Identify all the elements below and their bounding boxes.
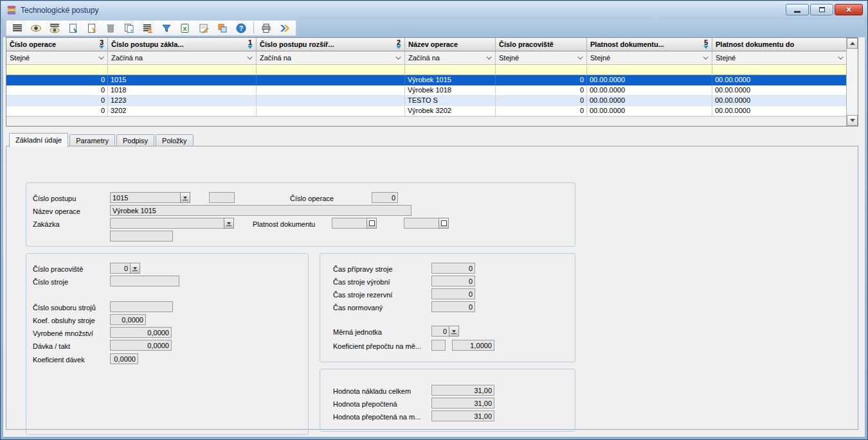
column-label: Číslo postupu rozšíř...: [260, 40, 334, 49]
filter-condition-dropdown[interactable]: Stejné: [712, 51, 847, 65]
new-record-button[interactable]: [65, 21, 82, 35]
cislo-souboru-stroju-input[interactable]: [110, 301, 173, 312]
hodnota-nakladu-celkem-input[interactable]: [431, 385, 494, 396]
column-header-platnost-dokumentu[interactable]: Platnost dokumentu...5: [587, 38, 712, 51]
titlebar[interactable]: Technologické postupy ✕: [1, 1, 867, 19]
platnost-do-calendar-button[interactable]: [439, 218, 449, 229]
filter-condition-dropdown[interactable]: Začíná na: [257, 51, 405, 65]
print-button[interactable]: [258, 21, 275, 35]
column-header-platnost-dokumentu-do[interactable]: Platnost dokumentu do: [712, 38, 847, 51]
delete-record-button[interactable]: [102, 21, 119, 35]
vyrobene-mnozstvi-input[interactable]: [110, 327, 172, 338]
platnost-od-input[interactable]: [332, 218, 367, 229]
filter-input[interactable]: [257, 65, 405, 75]
table-row[interactable]: 0 3202 Výrobek 3202 0 00.00.0000 00.00.0…: [6, 106, 858, 116]
field-label: Hodnota přepočtená: [333, 400, 397, 408]
filter-button[interactable]: [158, 21, 175, 35]
splitter[interactable]: [6, 127, 858, 132]
filter-condition-dropdown[interactable]: Začíná na: [108, 51, 257, 65]
cislo-postupu-dropdown-button[interactable]: [180, 192, 190, 203]
merna-jednotka-input[interactable]: [431, 326, 449, 337]
table-row[interactable]: 0 1015 Výrobek 1015 0 00.00.0000 00.00.0…: [6, 75, 858, 85]
filter-input[interactable]: [587, 65, 712, 75]
hodnota-prepoctena-mj-input[interactable]: [431, 410, 494, 421]
edit-record-button[interactable]: [84, 21, 100, 35]
cell: 0: [6, 106, 108, 116]
cislo-postupu-ext-input[interactable]: [209, 192, 235, 203]
list-button[interactable]: [9, 21, 26, 35]
maximize-button[interactable]: [810, 4, 833, 15]
close-button[interactable]: ✕: [835, 4, 863, 15]
cas-stroje-vyrobni-input[interactable]: [431, 276, 475, 286]
minimize-button[interactable]: [786, 4, 809, 15]
export-excel-button[interactable]: X: [177, 21, 194, 35]
filter-input[interactable]: [108, 65, 257, 75]
excel-icon: X: [179, 22, 191, 34]
koef-prepoctu-unit-input[interactable]: [431, 340, 446, 351]
grid-vertical-scrollbar[interactable]: [846, 38, 858, 126]
cas-stroje-rezervni-input[interactable]: [431, 288, 475, 299]
field-label: Čas stroje rezervní: [333, 291, 392, 299]
cislo-postupu-input[interactable]: [110, 192, 181, 203]
double-chevron-icon: [279, 22, 291, 34]
platnost-do-input[interactable]: [404, 218, 439, 229]
zakazka-extra-input[interactable]: [110, 231, 173, 242]
cislo-stroje-input[interactable]: [110, 276, 179, 286]
nazev-operace-input[interactable]: [110, 205, 411, 216]
scroll-up-button[interactable]: [847, 38, 858, 49]
column-header-nazev-operace[interactable]: Název operace: [405, 38, 496, 51]
zakazka-dropdown-button[interactable]: [224, 218, 234, 229]
next-button[interactable]: [276, 21, 293, 35]
tab-parametry[interactable]: Parametry: [69, 134, 115, 146]
davka-takt-input[interactable]: [110, 340, 172, 351]
koef-obsluhy-stroje-input[interactable]: [110, 314, 146, 325]
filter-input[interactable]: [496, 65, 587, 75]
table-row[interactable]: 0 1018 Výrobek 1018 0 00.00.0000 00.00.0…: [6, 85, 858, 96]
tab-content: Číslo postupu Číslo operace Název operac…: [6, 146, 858, 430]
view-button[interactable]: [28, 21, 44, 35]
filter-input[interactable]: [405, 65, 496, 75]
cell: [257, 96, 405, 106]
cell: 00.00.0000: [712, 106, 847, 116]
cislo-operace-input[interactable]: [372, 192, 398, 203]
merna-jednotka-dropdown-button[interactable]: [449, 326, 459, 337]
relations-button[interactable]: [214, 21, 231, 35]
zakazka-input[interactable]: [110, 218, 224, 229]
filter-condition-dropdown[interactable]: Stejné: [496, 51, 587, 65]
tab-zakladni-udaje[interactable]: Základní údaje: [9, 133, 68, 147]
platnost-od-calendar-button[interactable]: [366, 218, 377, 229]
column-header-cislo-postupu-rozsir[interactable]: Číslo postupu rozšíř...2: [257, 38, 405, 51]
hodnota-prepoctena-input[interactable]: [431, 398, 494, 409]
chevron-down-icon: [98, 54, 104, 59]
filter-condition-dropdown[interactable]: Začíná na: [405, 51, 496, 65]
field-label: Číslo pracoviště: [33, 265, 83, 273]
view-list-button[interactable]: [46, 21, 63, 35]
filter-input[interactable]: [6, 65, 108, 75]
cas-normovany-input[interactable]: [431, 301, 475, 312]
special-function-button[interactable]: [140, 21, 156, 35]
tab-podpisy[interactable]: Podpisy: [116, 134, 154, 146]
koeficient-davek-input[interactable]: [110, 353, 138, 364]
cas-pripravy-stroje-input[interactable]: [431, 263, 475, 274]
column-header-cislo-postupu-zakl[interactable]: Číslo postupu zákla...1: [108, 38, 257, 51]
koef-prepoctu-input[interactable]: [452, 340, 494, 351]
help-button[interactable]: ?: [233, 21, 249, 35]
cislo-pracoviste-dropdown-button[interactable]: [130, 263, 140, 274]
dropdown-line: [183, 200, 188, 200]
tab-polozky[interactable]: Položky: [156, 134, 194, 146]
list-icon: [12, 22, 23, 34]
filter-condition-dropdown[interactable]: Stejné: [6, 51, 108, 65]
column-header-cislo-operace[interactable]: Číslo operace3: [6, 38, 108, 51]
grid-header-row: Číslo operace3 Číslo postupu zákla...1 Č…: [6, 38, 858, 51]
filter-input[interactable]: [712, 65, 847, 75]
filter-condition-dropdown[interactable]: Stejné: [587, 51, 712, 65]
relations-icon: [217, 22, 228, 34]
chevron-down-icon: [247, 54, 252, 59]
cislo-pracoviste-input[interactable]: [110, 263, 131, 274]
copy-record-button[interactable]: [121, 21, 138, 35]
scroll-down-button[interactable]: [847, 115, 858, 126]
column-header-cislo-pracoviste[interactable]: Číslo pracoviště: [496, 38, 587, 51]
edit-note-button[interactable]: [195, 21, 212, 35]
dropdown-line: [451, 333, 457, 334]
table-row[interactable]: 0 1223 TESTO S 0 00.00.0000 00.00.0000: [6, 96, 858, 106]
